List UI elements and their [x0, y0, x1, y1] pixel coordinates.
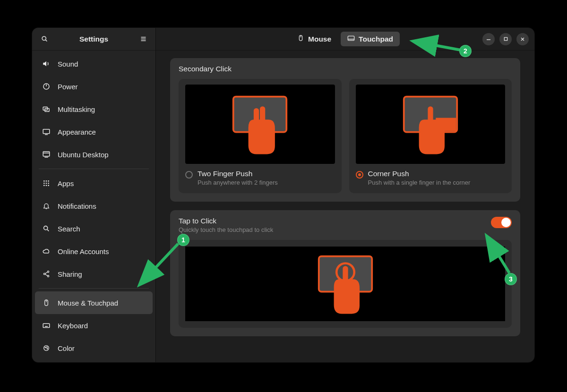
sidebar-item-label: Multitasking — [58, 105, 95, 113]
sidebar-item-online-accounts[interactable]: Online Accounts — [35, 240, 153, 263]
sidebar-item-label: Appearance — [58, 128, 96, 136]
tab-label: Mouse — [308, 35, 331, 43]
svg-point-41 — [47, 349, 48, 349]
radio-two-finger[interactable] — [185, 171, 193, 179]
minimize-button[interactable] — [482, 33, 495, 45]
corner-push-illustration — [356, 85, 506, 164]
svg-point-39 — [45, 347, 46, 348]
svg-point-16 — [48, 180, 49, 182]
option-label: Two Finger Push — [198, 170, 278, 178]
tab-switcher: Mouse Touchpad — [291, 32, 400, 46]
settings-window: Settings Sound Power — [32, 27, 535, 363]
sidebar: Settings Sound Power — [32, 28, 156, 362]
sidebar-item-label: Notifications — [58, 202, 96, 210]
svg-point-22 — [48, 185, 49, 186]
svg-rect-33 — [43, 324, 50, 327]
sidebar-item-label: Color — [58, 344, 75, 352]
svg-point-38 — [44, 346, 49, 351]
share-icon — [42, 270, 51, 278]
svg-rect-9 — [43, 129, 50, 134]
svg-rect-47 — [504, 37, 507, 40]
sidebar-item-color[interactable]: Color — [35, 337, 153, 359]
svg-point-18 — [46, 183, 47, 184]
tap-to-click-switch[interactable] — [491, 217, 512, 228]
headerbar: Mouse Touchpad — [156, 28, 534, 51]
radio-corner-push[interactable] — [356, 171, 363, 179]
svg-point-14 — [43, 180, 45, 182]
hamburger-icon[interactable] — [136, 32, 151, 47]
apps-icon — [42, 179, 51, 187]
secondary-click-options: Two Finger Push Push anywhere with 2 fin… — [179, 79, 512, 193]
option-two-finger-push[interactable]: Two Finger Push Push anywhere with 2 fin… — [179, 79, 342, 193]
option-corner-push[interactable]: Corner Push Push with a single finger in… — [349, 79, 512, 193]
cloud-icon — [42, 247, 51, 256]
annotation-3: 3 — [505, 273, 517, 285]
secondary-click-title: Secondary Click — [179, 65, 512, 73]
svg-line-30 — [45, 274, 47, 276]
svg-line-29 — [45, 272, 47, 273]
content-scroll[interactable]: Secondary Click — [156, 51, 534, 362]
sidebar-separator — [39, 169, 149, 169]
touchpad-icon — [347, 35, 355, 43]
sidebar-item-search[interactable]: Search — [35, 217, 153, 240]
option-subtitle: Push with a single finger in the corner — [368, 179, 471, 186]
sidebar-separator — [39, 288, 149, 289]
power-icon — [42, 82, 51, 91]
multitask-icon — [42, 105, 51, 113]
sidebar-item-apps[interactable]: Apps — [35, 172, 153, 195]
color-icon — [42, 344, 51, 352]
bell-icon — [42, 202, 51, 210]
svg-line-25 — [47, 230, 49, 231]
sidebar-item-label: Search — [58, 225, 80, 233]
sidebar-item-label: Online Accounts — [58, 247, 109, 256]
sidebar-item-multitasking[interactable]: Multitasking — [35, 98, 153, 120]
tap-to-click-subtitle: Quickly touch the touchpad to click — [179, 226, 273, 233]
svg-rect-44 — [348, 36, 354, 40]
search-icon[interactable] — [37, 32, 52, 47]
annotation-2: 2 — [459, 45, 472, 57]
svg-point-0 — [42, 36, 46, 40]
svg-point-20 — [43, 185, 45, 186]
sidebar-item-mouse-touchpad[interactable]: Mouse & Touchpad — [35, 291, 153, 314]
tap-illustration — [185, 247, 505, 321]
keyboard-icon — [42, 321, 51, 330]
sidebar-header: Settings — [32, 28, 155, 51]
two-finger-illustration — [185, 85, 335, 164]
tap-to-click-title: Tap to Click — [179, 217, 273, 225]
window-controls — [482, 33, 532, 45]
sidebar-item-label: Sharing — [58, 270, 82, 278]
sidebar-item-label: Power — [58, 83, 78, 91]
sidebar-title: Settings — [52, 35, 136, 43]
sidebar-item-sharing[interactable]: Sharing — [35, 263, 153, 285]
svg-point-40 — [47, 347, 48, 348]
option-subtitle: Push anywhere with 2 fingers — [198, 179, 278, 186]
sidebar-item-label: Apps — [58, 179, 74, 187]
svg-point-17 — [43, 183, 45, 184]
sidebar-item-appearance[interactable]: Appearance — [35, 120, 153, 143]
mouse-icon — [297, 34, 304, 43]
sidebar-item-label: Mouse & Touchpad — [58, 299, 118, 307]
desktop-icon — [42, 150, 51, 159]
sidebar-item-power[interactable]: Power — [35, 75, 153, 98]
svg-point-24 — [44, 226, 48, 230]
svg-point-19 — [48, 183, 49, 184]
close-button[interactable] — [516, 33, 529, 45]
sidebar-item-notifications[interactable]: Notifications — [35, 195, 153, 217]
secondary-click-card: Secondary Click — [170, 58, 520, 202]
appearance-icon — [42, 128, 51, 136]
sidebar-item-ubuntu-desktop[interactable]: Ubuntu Desktop — [35, 143, 153, 166]
sidebar-item-sound[interactable]: Sound — [35, 52, 153, 75]
content-area: Mouse Touchpad — [156, 28, 534, 362]
sidebar-list: Sound Power Multitasking Appearance — [32, 51, 155, 362]
speaker-icon — [42, 60, 51, 68]
tap-to-click-card: Tap to Click Quickly touch the touchpad … — [170, 210, 520, 336]
tab-touchpad[interactable]: Touchpad — [341, 32, 400, 46]
sidebar-item-keyboard[interactable]: Keyboard — [35, 314, 153, 337]
tab-label: Touchpad — [359, 35, 393, 43]
option-label: Corner Push — [368, 170, 471, 178]
sidebar-item-label: Sound — [58, 60, 78, 68]
maximize-button[interactable] — [499, 33, 512, 45]
tab-mouse[interactable]: Mouse — [291, 32, 338, 46]
svg-point-15 — [46, 180, 47, 182]
tap-illustration-tile — [179, 240, 512, 328]
